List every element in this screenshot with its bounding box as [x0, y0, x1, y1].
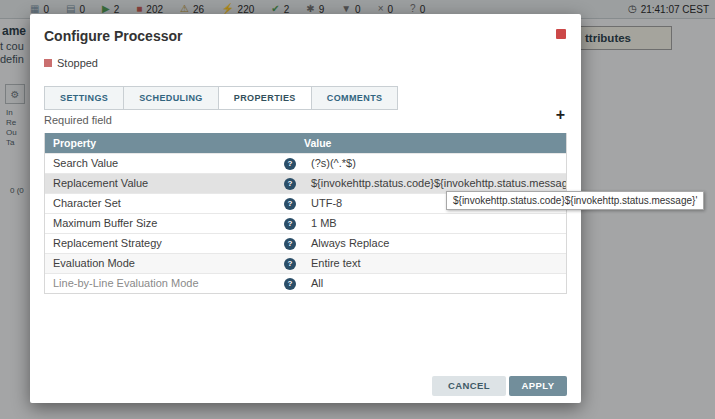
bulletin-icon: [556, 29, 566, 39]
property-name: Evaluation Mode: [53, 254, 135, 273]
tab-properties[interactable]: PROPERTIES: [218, 86, 311, 110]
help-icon[interactable]: ?: [284, 198, 296, 210]
tab-comments[interactable]: COMMENTS: [311, 86, 399, 110]
add-property-button[interactable]: +: [556, 107, 565, 123]
property-value[interactable]: All: [303, 274, 566, 293]
help-icon[interactable]: ?: [284, 218, 296, 230]
table-row[interactable]: Replacement Value ? ${invokehttp.status.…: [45, 173, 566, 193]
property-name: Maximum Buffer Size: [53, 214, 157, 233]
help-icon[interactable]: ?: [284, 278, 296, 290]
property-value[interactable]: (?s)(^.*$): [303, 154, 566, 173]
column-value: Value: [296, 133, 566, 153]
property-name: Character Set: [53, 194, 121, 213]
stopped-icon: [44, 59, 52, 67]
property-name: Replacement Strategy: [53, 234, 162, 253]
dialog-tabs: SETTINGS SCHEDULING PROPERTIES COMMENTS: [44, 86, 567, 109]
processor-state: Stopped: [44, 57, 98, 69]
property-name: Line-by-Line Evaluation Mode: [53, 274, 199, 293]
help-icon[interactable]: ?: [284, 158, 296, 170]
properties-table: Property Value Search Value ? (?s)(^.*$)…: [44, 133, 567, 294]
help-icon[interactable]: ?: [284, 178, 296, 190]
table-header: Property Value: [45, 133, 566, 153]
property-name: Replacement Value: [53, 174, 148, 193]
help-icon[interactable]: ?: [284, 238, 296, 250]
value-tooltip: ${invokehttp.status.code}${invokehttp.st…: [446, 191, 704, 210]
table-row[interactable]: Search Value ? (?s)(^.*$): [45, 153, 566, 173]
dialog-title: Configure Processor: [44, 28, 182, 44]
table-row[interactable]: Line-by-Line Evaluation Mode ? All: [45, 273, 566, 293]
table-row[interactable]: Replacement Strategy ? Always Replace: [45, 233, 566, 253]
tab-scheduling[interactable]: SCHEDULING: [123, 86, 218, 110]
property-value[interactable]: Entire text: [303, 254, 566, 273]
state-label: Stopped: [57, 57, 98, 69]
property-name: Search Value: [53, 154, 118, 173]
apply-button[interactable]: APPLY: [509, 376, 567, 396]
required-field-hint: Required field: [44, 114, 112, 126]
column-property: Property: [45, 133, 296, 153]
table-row[interactable]: Maximum Buffer Size ? 1 MB: [45, 213, 566, 233]
help-icon[interactable]: ?: [284, 258, 296, 270]
table-row[interactable]: Evaluation Mode ? Entire text: [45, 253, 566, 273]
cancel-button[interactable]: CANCEL: [432, 376, 506, 396]
tab-settings[interactable]: SETTINGS: [44, 86, 123, 110]
property-value[interactable]: Always Replace: [303, 234, 566, 253]
property-value[interactable]: 1 MB: [303, 214, 566, 233]
